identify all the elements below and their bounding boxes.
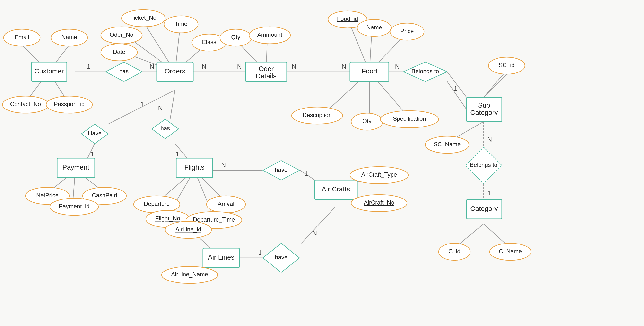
entity-air-lines-label: Air Lines: [208, 253, 234, 261]
entity-flights-label: Flights: [184, 163, 204, 171]
svg-text:N: N: [237, 63, 242, 70]
er-diagram: 1 N N N N N N 1: [0, 0, 644, 326]
entity-oder-details-label2: Details: [256, 72, 276, 80]
svg-text:N: N: [158, 104, 163, 111]
attr-qty-orders-label: Qty: [231, 34, 240, 40]
attr-name-food-label: Name: [366, 24, 382, 31]
entity-orders-label: Orders: [164, 67, 186, 75]
rel-belongs-to2-label: Belongs to: [470, 162, 497, 168]
rel-have2-label: have: [275, 166, 288, 173]
svg-text:N: N: [395, 63, 400, 70]
attr-time-label: Time: [175, 21, 187, 27]
svg-text:N: N: [202, 63, 206, 70]
attr-payment-id-label: Payment_id: [59, 203, 90, 209]
attr-date-label: Date: [113, 49, 126, 55]
attr-name-customer-label: Name: [62, 34, 77, 40]
attr-class-label: Class: [202, 39, 216, 45]
svg-text:1: 1: [87, 63, 90, 70]
rel-has2-label: has: [161, 125, 170, 132]
svg-text:N: N: [312, 229, 317, 237]
entity-payment-label: Payment: [62, 163, 90, 171]
svg-text:N: N: [342, 63, 346, 70]
entity-oder-details-label1: Oder: [258, 65, 274, 73]
attr-email-label: Email: [14, 34, 29, 40]
svg-text:1: 1: [304, 170, 308, 177]
attr-cashpaid-label: CashPaid: [92, 192, 117, 198]
svg-text:1: 1: [258, 249, 262, 256]
attr-sc-id-label: SC_id: [499, 62, 514, 68]
attr-aircraft-type-label: AirCraft_Type: [361, 171, 397, 178]
attr-airline-id-label: AirLine_id: [176, 226, 202, 233]
entity-customer-label: Customer: [34, 67, 64, 75]
svg-text:1: 1: [176, 150, 179, 158]
attr-ticket-no-label: Ticket_No: [130, 14, 156, 21]
entity-sub-category-label2: Category: [470, 109, 498, 116]
rel-has1-label: has: [119, 68, 129, 75]
attr-sc-name-label: SC_Name: [434, 141, 461, 147]
svg-text:1: 1: [91, 150, 94, 158]
attr-passport-id-label: Passport_id: [54, 101, 85, 107]
rel-have3-label: have: [275, 254, 288, 260]
attr-departure-time-label: Departure_Time: [193, 216, 235, 223]
attr-flight-no-label: Flight_No: [155, 215, 180, 222]
attr-aircraft-no-label: AirCraft_No: [364, 199, 394, 206]
attr-food-id-label: Food_id: [337, 16, 358, 22]
attr-specification-label: Specification: [393, 115, 426, 122]
entity-air-crafts-label: Air Crafts: [322, 185, 350, 193]
attr-qty-food-label: Qty: [362, 118, 371, 124]
attr-netprice-label: NetPrice: [36, 192, 58, 198]
svg-rect-0: [0, 0, 644, 326]
rel-belongs-to1-label: Belongs to: [412, 68, 439, 75]
entity-sub-category-label1: Sub: [478, 101, 490, 109]
attr-oder-no-label: Oder_No: [110, 31, 133, 38]
attr-arrival-label: Arrival: [218, 200, 234, 207]
svg-text:1: 1: [488, 189, 492, 197]
svg-text:N: N: [488, 136, 492, 143]
attr-c-name-label: C_Name: [499, 248, 522, 254]
rel-have1-label: Have: [88, 130, 102, 137]
attr-departure-label: Departure: [144, 200, 170, 207]
attr-airline-name-label: AirLine_Name: [171, 271, 208, 277]
svg-text:1: 1: [140, 101, 144, 108]
attr-price-label: Price: [400, 28, 414, 34]
entity-category-label: Category: [470, 205, 498, 212]
attr-ammount-label: Ammount: [257, 31, 282, 38]
svg-text:N: N: [292, 63, 296, 70]
attr-c-id-label: C_id: [448, 248, 460, 254]
attr-description-label: Description: [302, 112, 332, 118]
svg-text:N: N: [222, 161, 226, 169]
svg-text:1: 1: [454, 85, 457, 92]
entity-food-label: Food: [362, 67, 377, 75]
attr-contact-no-label: Contact_No: [10, 101, 41, 107]
